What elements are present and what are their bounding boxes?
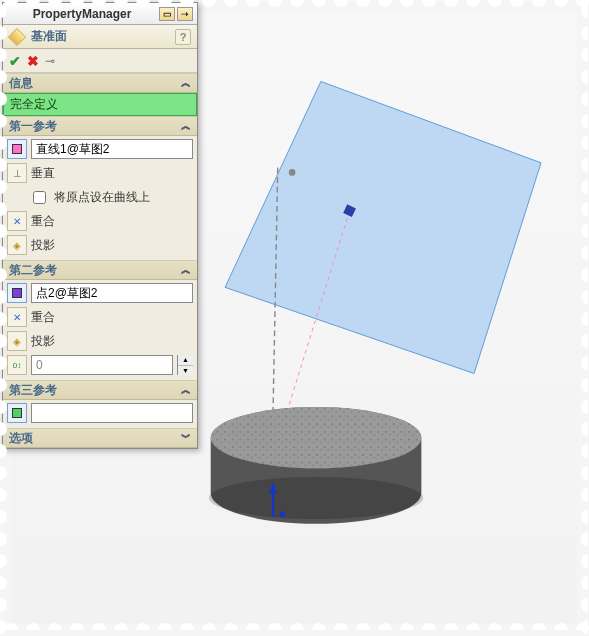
titlebar: PropertyManager ▭ ➝ — [3, 3, 197, 25]
section-ref3-body — [3, 400, 197, 428]
ref3-swatch — [12, 408, 22, 418]
feature-header: 基准面 ? — [3, 25, 197, 49]
section-options-header[interactable]: 选项 ︾ — [3, 428, 197, 448]
section-ref1-header[interactable]: 第一参考 ︽ — [3, 116, 197, 136]
ok-icon[interactable]: ✔ — [9, 53, 21, 69]
section-ref2-body: ✕ 重合 ◈ 投影 0↕ 0 ▲▼ — [3, 280, 197, 380]
titlebar-button-2[interactable]: ➝ — [177, 7, 193, 21]
section-ref3-header[interactable]: 第三参考 ︽ — [3, 380, 197, 400]
status-fully-defined: 完全定义 — [3, 93, 197, 116]
datum-plane-preview — [225, 81, 541, 373]
chevron-up-icon: ︽ — [181, 383, 191, 397]
titlebar-button-1[interactable]: ▭ — [159, 7, 175, 21]
plane-origin-dot — [289, 169, 296, 176]
svg-rect-10 — [575, 0, 589, 636]
projection-label: 投影 — [31, 237, 193, 254]
projection-label: 投影 — [31, 333, 193, 350]
section-info-body: 完全定义 — [3, 93, 197, 116]
perpendicular-icon[interactable]: ⊥ — [7, 163, 27, 183]
origin-on-curve-label: 将原点设在曲线上 — [54, 189, 193, 206]
property-manager-panel: PropertyManager ▭ ➝ 基准面 ? ✔ ✖ ⊸ 信息 ︽ 完全定… — [2, 2, 198, 449]
entity-selector-icon[interactable] — [7, 283, 27, 303]
chevron-up-icon: ︽ — [181, 76, 191, 90]
coincident-label: 重合 — [31, 309, 193, 326]
coincident-icon[interactable]: ✕ — [7, 307, 27, 327]
ref1-swatch — [12, 144, 22, 154]
section-options-title: 选项 — [9, 430, 33, 447]
cylinder-top-tex — [211, 407, 422, 468]
section-info-title: 信息 — [9, 75, 33, 92]
ref2-entity-field[interactable] — [31, 283, 193, 303]
entity-selector-icon[interactable] — [7, 403, 27, 423]
perpendicular-label: 垂直 — [31, 165, 193, 182]
origin-on-curve-checkbox[interactable] — [33, 191, 46, 204]
coincident-icon[interactable]: ✕ — [7, 211, 27, 231]
offset-icon[interactable]: 0↕ — [7, 355, 27, 375]
section-ref1-body: ⊥ 垂直 将原点设在曲线上 ✕ 重合 ◈ 投影 — [3, 136, 197, 260]
section-ref2-header[interactable]: 第二参考 ︽ — [3, 260, 197, 280]
section-ref2-title: 第二参考 — [9, 262, 57, 279]
svg-rect-8 — [0, 622, 589, 636]
projection-icon[interactable]: ◈ — [7, 331, 27, 351]
chevron-down-icon: ︾ — [181, 431, 191, 445]
titlebar-text: PropertyManager — [7, 7, 157, 21]
plane-icon — [8, 27, 26, 45]
spinner-buttons[interactable]: ▲▼ — [177, 355, 193, 375]
chevron-up-icon: ︽ — [181, 263, 191, 277]
action-row: ✔ ✖ ⊸ — [3, 49, 197, 73]
section-info-header[interactable]: 信息 ︽ — [3, 73, 197, 93]
entity-selector-icon[interactable] — [7, 139, 27, 159]
offset-value: 0 — [36, 358, 43, 372]
cancel-icon[interactable]: ✖ — [27, 53, 39, 69]
feature-name: 基准面 — [31, 28, 67, 45]
section-ref1-title: 第一参考 — [9, 118, 57, 135]
offset-spinner[interactable]: 0 — [31, 355, 173, 375]
projection-icon[interactable]: ◈ — [7, 235, 27, 255]
arrow-anchor — [280, 511, 286, 517]
pin-icon[interactable]: ⊸ — [45, 54, 55, 68]
help-button[interactable]: ? — [175, 29, 191, 45]
ref2-swatch — [12, 288, 22, 298]
chevron-up-icon: ︽ — [181, 119, 191, 133]
cylinder-shadow — [209, 477, 423, 519]
ref3-entity-field[interactable] — [31, 403, 193, 423]
section-ref3-title: 第三参考 — [9, 382, 57, 399]
ref1-entity-field[interactable] — [31, 139, 193, 159]
coincident-label: 重合 — [31, 213, 193, 230]
